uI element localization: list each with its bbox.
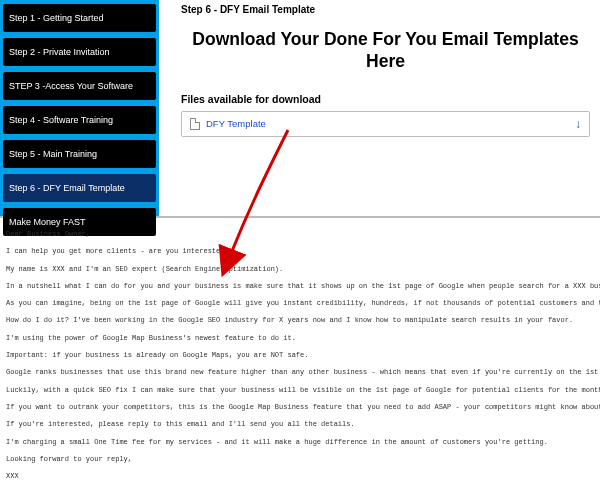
sidebar-item-step5[interactable]: Step 5 - Main Training xyxy=(3,140,156,168)
files-available-label: Files available for download xyxy=(181,93,590,105)
email-line: If you're interested, please reply to th… xyxy=(6,418,594,431)
email-line: I'm using the power of Google Map Busine… xyxy=(6,332,594,345)
email-line: In a nutshell what I can do for you and … xyxy=(6,280,594,293)
sidebar-item-step4[interactable]: Step 4 - Software Training xyxy=(3,106,156,134)
file-download-row[interactable]: DFY Template ↓ xyxy=(181,111,590,137)
email-line: Important: if your business is already o… xyxy=(6,349,594,362)
sidebar-item-step6[interactable]: Step 6 - DFY Email Template xyxy=(3,174,156,202)
step-sidebar: Step 1 - Getting Started Step 2 - Privat… xyxy=(0,0,159,216)
email-line: How do I do it? I've been working in the… xyxy=(6,314,594,327)
sidebar-item-step1[interactable]: Step 1 - Getting Started xyxy=(3,4,156,32)
email-line: I'm charging a small One Time fee for my… xyxy=(6,436,594,449)
main-panel: Step 6 - DFY Email Template Download You… xyxy=(159,0,600,216)
email-line: As you can imagine, being on the 1st pag… xyxy=(6,297,594,310)
email-line: Looking forward to your reply, xyxy=(6,453,594,466)
step-title: Step 6 - DFY Email Template xyxy=(181,4,590,15)
sidebar-item-step3[interactable]: STEP 3 -Access Your Software xyxy=(3,72,156,100)
email-line: My name is XXX and I'm an SEO expert (Se… xyxy=(6,263,594,276)
document-icon xyxy=(190,118,200,130)
sidebar-item-step2[interactable]: Step 2 - Private Invitation xyxy=(3,38,156,66)
email-line: If you want to outrank your competitors,… xyxy=(6,401,594,414)
email-line: I can help you get more clients - are yo… xyxy=(6,245,594,258)
email-line: Luckily, with a quick SEO fix I can make… xyxy=(6,384,594,397)
email-line: Google ranks businesses that use this br… xyxy=(6,366,594,379)
page-title: Download Your Done For You Email Templat… xyxy=(181,29,590,73)
email-template-body: Dear Business Owner, I can help you get … xyxy=(0,218,600,497)
file-name: DFY Template xyxy=(206,118,266,129)
email-line: XXX xyxy=(6,470,594,483)
download-icon[interactable]: ↓ xyxy=(575,117,581,131)
